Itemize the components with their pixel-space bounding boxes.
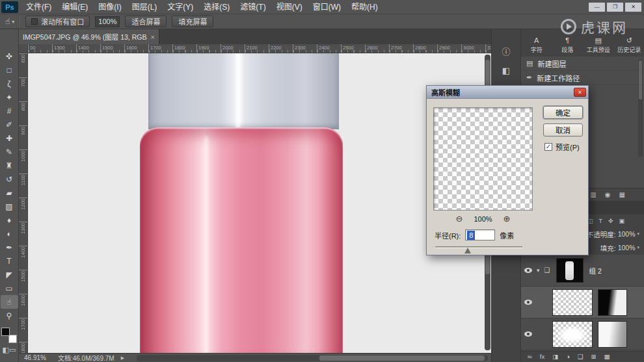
info-panel-icon[interactable]: ⓘ xyxy=(502,47,510,56)
clone-stamp-tool[interactable]: ♜ xyxy=(1,159,18,172)
radius-input[interactable]: 8 xyxy=(465,229,495,240)
sc roll-all-windows-button[interactable]: 滚动所有窗口 xyxy=(25,16,90,27)
close-button[interactable]: ✕ xyxy=(625,3,641,12)
fit-screen-button[interactable]: 适合屏幕 xyxy=(125,16,167,27)
tab-character[interactable]: A 字符 xyxy=(521,34,552,57)
type-tool[interactable]: T xyxy=(1,254,18,268)
new-layer-icon[interactable]: ⊞ xyxy=(591,354,596,360)
marquee-tool[interactable]: □ xyxy=(1,63,18,77)
adjustment-layer-icon[interactable]: ◑ xyxy=(566,354,570,360)
opacity-value[interactable]: 100% xyxy=(618,230,636,238)
new-group-icon[interactable]: ❑ xyxy=(578,354,584,360)
menu-item[interactable]: 滤镜(T) xyxy=(235,0,271,14)
canvas-horizontal-scrollbar[interactable] xyxy=(137,355,488,361)
menu-item[interactable]: 窗口(W) xyxy=(308,0,346,14)
screen-mode-icon[interactable]: ▭ xyxy=(9,346,16,354)
layer-thumbnail[interactable] xyxy=(552,321,593,348)
visibility-eye-icon[interactable] xyxy=(524,268,532,273)
lock-all-icon[interactable]: ▣ xyxy=(619,218,625,224)
menu-item[interactable]: 文件(F) xyxy=(21,0,57,14)
dodge-tool[interactable]: ◐ xyxy=(1,227,18,240)
menu-item[interactable]: 图层(L) xyxy=(127,0,163,14)
group-thumbnail[interactable] xyxy=(556,258,584,283)
dialog-close-button[interactable]: × xyxy=(574,88,586,97)
menu-item[interactable]: 帮助(H) xyxy=(346,0,383,14)
radius-slider-track[interactable] xyxy=(435,246,522,248)
visibility-eye-icon[interactable] xyxy=(524,300,532,305)
rectangle-tool[interactable]: ▭ xyxy=(1,281,18,295)
lock-image-icon[interactable]: T xyxy=(599,218,603,224)
fill-screen-button[interactable]: 填充屏幕 xyxy=(172,16,213,27)
history-scrollbar[interactable] xyxy=(638,59,643,157)
blur-preview-box[interactable] xyxy=(433,107,533,211)
eyedropper-tool[interactable]: ✐ xyxy=(1,118,18,131)
move-tool[interactable]: ✜ xyxy=(1,49,18,63)
eraser-tool[interactable]: ▰ xyxy=(1,186,18,200)
zoom-in-icon[interactable]: ⊕ xyxy=(503,214,511,223)
radius-slider-thumb[interactable] xyxy=(464,248,471,253)
scrollbar-thumb[interactable] xyxy=(319,356,485,361)
layer-mask-thumbnail[interactable] xyxy=(598,321,627,348)
color-swatches[interactable] xyxy=(1,328,17,343)
visibility-eye-icon[interactable] xyxy=(524,331,532,337)
tab-tool-presets[interactable]: ▤ 工具预设 xyxy=(583,34,614,57)
lasso-tool[interactable]: ζ xyxy=(1,77,18,90)
zoom-percent-field[interactable]: 100% xyxy=(95,16,120,27)
menu-item[interactable]: 选择(S) xyxy=(198,0,235,14)
zoom-tool[interactable]: ⚲ xyxy=(1,309,18,322)
preview-checkbox[interactable]: ✓ xyxy=(544,143,552,151)
cancel-button[interactable]: 取消 xyxy=(543,123,583,136)
add-layer-mask-icon[interactable]: ◨ xyxy=(552,354,558,360)
layer-thumbnail[interactable] xyxy=(552,289,593,316)
history-state-row[interactable]: ▤ 新建图层 xyxy=(521,57,644,71)
fill-value[interactable]: 100% xyxy=(618,244,636,252)
document-canvas[interactable] xyxy=(28,53,491,353)
chevron-down-icon[interactable]: ▾ xyxy=(637,245,639,250)
tab-paragraph[interactable]: ¶ 段落 xyxy=(552,34,584,57)
healing-brush-tool[interactable]: ✚ xyxy=(1,131,18,145)
hand-tool[interactable]: ☝ xyxy=(1,295,18,309)
quick-selection-tool[interactable]: ✦ xyxy=(1,90,18,104)
layer-row-selected[interactable] xyxy=(521,287,644,318)
layer-effects-icon[interactable]: fx xyxy=(540,354,544,360)
chevron-down-icon[interactable]: ▾ xyxy=(637,231,639,237)
crop-tool[interactable]: # xyxy=(1,104,18,118)
minimize-button[interactable]: — xyxy=(589,3,605,12)
pen-tool[interactable]: ✒ xyxy=(1,240,18,254)
close-tab-icon[interactable]: × xyxy=(151,33,155,41)
current-tool-indicator[interactable]: ☝ ▾ xyxy=(5,17,14,26)
layer-name[interactable]: 组 2 xyxy=(589,266,602,276)
dialog-title[interactable]: 高斯模糊 xyxy=(427,86,588,99)
new-document-from-state-icon[interactable]: ▥ xyxy=(590,192,596,198)
link-layers-icon[interactable]: ∞ xyxy=(528,354,532,360)
blur-tool[interactable]: ♦ xyxy=(1,213,18,227)
chevron-down-icon[interactable]: ▾ xyxy=(537,268,540,274)
menu-item[interactable]: 编辑(E) xyxy=(57,0,93,14)
layer-row[interactable] xyxy=(521,318,644,350)
lock-position-icon[interactable]: ✜ xyxy=(608,218,613,224)
path-selection-tool[interactable]: ◤ xyxy=(1,268,18,281)
delete-state-icon[interactable]: ▦ xyxy=(619,192,625,198)
ok-button[interactable]: 确定 xyxy=(543,106,583,119)
layer-row-group[interactable]: ▾ ❑ 组 2 xyxy=(521,255,644,287)
scrollbar-thumb[interactable] xyxy=(639,60,642,99)
menu-item[interactable]: 文字(Y) xyxy=(162,0,198,14)
new-snapshot-icon[interactable]: ◉ xyxy=(605,192,611,198)
document-tab[interactable]: IMGP5047.JPG @ 46.9% (图层 13, RGB/8) * × xyxy=(19,29,159,44)
layer-mask-thumbnail[interactable] xyxy=(598,289,627,316)
menu-item[interactable]: 视图(V) xyxy=(271,0,308,14)
properties-panel-icon[interactable]: ◧ xyxy=(502,66,510,75)
menu-item[interactable]: 图像(I) xyxy=(93,0,126,14)
history-brush-tool[interactable]: ↺ xyxy=(1,172,18,186)
status-flyout-arrow-icon[interactable]: ▶ xyxy=(121,356,124,361)
history-state-row[interactable]: ✒ 新建工作路径 xyxy=(521,71,644,85)
quick-mask-icon[interactable]: ◧ xyxy=(3,346,9,354)
gradient-tool[interactable]: ▨ xyxy=(1,200,18,213)
tab-history[interactable]: ↺ 历史记录 xyxy=(614,34,644,57)
brush-tool[interactable]: ✎ xyxy=(1,145,18,159)
restore-button[interactable]: ❐ xyxy=(607,3,623,12)
status-zoom-level[interactable]: 46.91% xyxy=(24,354,46,361)
delete-layer-icon[interactable]: ▦ xyxy=(604,354,610,360)
foreground-color-swatch[interactable] xyxy=(1,328,10,336)
zoom-out-icon[interactable]: ⊖ xyxy=(456,214,463,223)
